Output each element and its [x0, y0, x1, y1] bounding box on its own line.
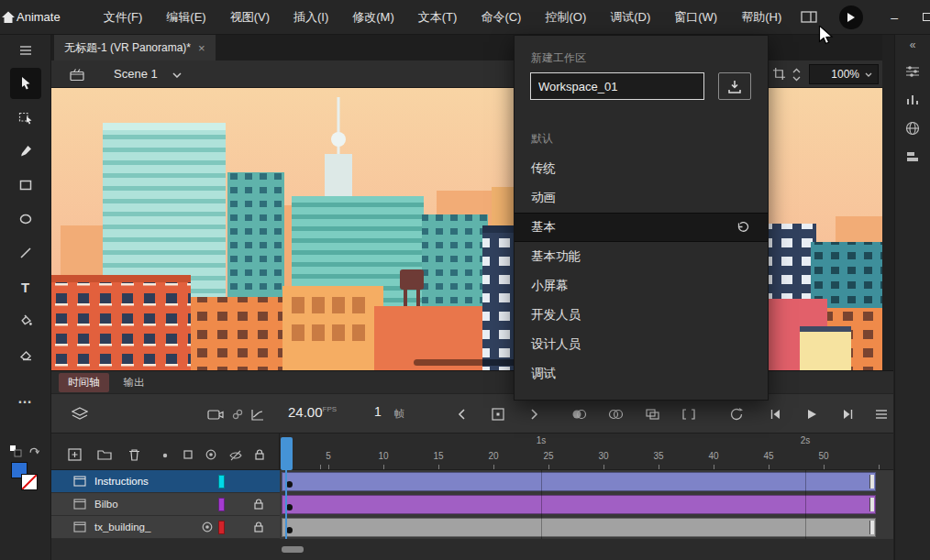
tools-menu-icon[interactable] — [10, 38, 41, 62]
playhead[interactable] — [281, 437, 293, 470]
window-minimize-button[interactable]: – — [878, 0, 911, 35]
go-to-first-frame-icon[interactable] — [765, 404, 785, 424]
onion-skin-icon[interactable] — [569, 404, 589, 424]
menu-modify[interactable]: 修改(M) — [340, 0, 406, 35]
hide-column-icon[interactable] — [229, 450, 242, 461]
graph-editor-icon[interactable] — [248, 404, 268, 424]
onion-column-icon[interactable] — [205, 449, 216, 460]
layer-color-swatch[interactable] — [218, 521, 225, 534]
play-button-icon[interactable] — [802, 404, 822, 424]
more-tools-button[interactable]: … — [10, 383, 41, 414]
workspace-item-debug[interactable]: 调试 — [515, 359, 768, 389]
edit-multiple-frames-icon[interactable] — [642, 404, 662, 424]
menu-window[interactable]: 窗口(W) — [662, 0, 729, 35]
tab-close-icon[interactable]: × — [198, 41, 205, 55]
home-button[interactable] — [0, 0, 17, 35]
workspace-item-essentials[interactable]: 基本 — [515, 213, 768, 242]
outline-column-icon[interactable] — [183, 450, 193, 459]
workspace-item-developer[interactable]: 开发人员 — [515, 301, 768, 330]
text-tool[interactable]: T — [10, 271, 41, 302]
fps-display[interactable]: 24.00FPS — [288, 404, 337, 420]
workspace-item-designer[interactable]: 设计人员 — [515, 330, 768, 359]
layers-stack-icon[interactable] — [70, 404, 90, 424]
onion-skin-outline-icon[interactable] — [605, 404, 626, 424]
highlight-column-icon[interactable] — [161, 452, 169, 459]
zoom-select[interactable]: 100% — [809, 64, 879, 84]
menu-insert[interactable]: 插入(I) — [282, 0, 340, 35]
previous-frame-icon[interactable] — [451, 404, 471, 424]
timeline-scrollbar-thumb[interactable] — [282, 546, 304, 553]
zoom-stepper[interactable] — [792, 68, 801, 82]
eraser-tool[interactable] — [10, 339, 41, 370]
menu-file[interactable]: 文件(F) — [92, 0, 155, 35]
swap-colors-icon[interactable] — [28, 445, 40, 456]
advanced-layers-icon[interactable] — [227, 404, 248, 424]
current-frame-display[interactable]: 1 — [374, 404, 382, 419]
vr-view-panel-button[interactable] — [901, 116, 924, 140]
properties-panel-button[interactable] — [901, 60, 924, 83]
collapse-panels-icon[interactable]: « — [895, 35, 930, 55]
workspace-item-essential-functions[interactable]: 基本功能 — [515, 242, 768, 271]
align-panel-button[interactable] — [901, 145, 924, 169]
frame-span-instructions[interactable] — [282, 472, 876, 491]
next-frame-icon[interactable] — [525, 404, 545, 424]
menu-text[interactable]: 文本(T) — [406, 0, 470, 35]
tab-output[interactable]: 输出 — [115, 373, 154, 392]
step-forward-icon[interactable] — [838, 404, 858, 424]
layer-color-swatch[interactable] — [218, 475, 225, 489]
keyframe-dot[interactable] — [286, 504, 293, 511]
workspace-item-classic[interactable]: 传统 — [515, 154, 768, 183]
layer-row-bilbo[interactable]: Bilbo — [51, 493, 280, 516]
stats-panel-button[interactable] — [901, 88, 924, 112]
timeline-panel-menu-icon[interactable] — [871, 404, 891, 424]
camera-icon[interactable] — [205, 404, 226, 424]
app-name[interactable]: Animate — [17, 10, 61, 24]
oval-tool[interactable] — [10, 203, 41, 235]
menu-help[interactable]: 帮助(H) — [729, 0, 793, 35]
scene-chevron-down-icon[interactable] — [172, 72, 182, 78]
new-folder-button[interactable] — [97, 448, 112, 460]
layer-row-tx-building[interactable]: tx_building_ — [51, 516, 280, 539]
fill-color-swatch[interactable] — [21, 474, 38, 490]
workspace-item-small-screen[interactable]: 小屏幕 — [515, 271, 768, 301]
transform-tool[interactable] — [10, 102, 41, 133]
menu-edit[interactable]: 编辑(E) — [154, 0, 217, 35]
timeline-ruler[interactable]: 1s 2s 5 10 15 20 25 30 35 40 45 50 — [280, 434, 893, 470]
layer-onion-icon[interactable] — [202, 522, 213, 533]
frame-span-bilbo[interactable] — [282, 495, 876, 514]
window-maximize-button[interactable] — [911, 0, 930, 35]
selection-tool[interactable] — [10, 68, 41, 99]
tab-timeline[interactable]: 时间轴 — [59, 373, 109, 392]
loop-icon[interactable] — [726, 404, 747, 424]
default-colors-icon[interactable] — [9, 445, 22, 457]
layer-lock-icon[interactable] — [254, 499, 263, 510]
rectangle-tool[interactable] — [10, 170, 41, 201]
frames-area[interactable] — [280, 470, 893, 539]
layer-row-instructions[interactable]: Instructions — [51, 470, 280, 493]
workspace-name-input[interactable] — [530, 72, 704, 100]
save-workspace-button[interactable] — [718, 72, 751, 100]
line-tool[interactable] — [10, 237, 41, 269]
timeline-scrollbar[interactable] — [280, 539, 893, 560]
menu-control[interactable]: 控制(O) — [533, 0, 598, 35]
clip-content-icon[interactable] — [772, 67, 786, 81]
layer-lock-icon[interactable] — [254, 522, 263, 533]
frame-markers-icon[interactable] — [679, 404, 699, 424]
scene-breadcrumb[interactable]: Scene 1 — [114, 67, 158, 81]
brush-tool[interactable] — [10, 136, 41, 167]
layer-color-swatch[interactable] — [218, 498, 225, 511]
menu-debug[interactable]: 调试(D) — [598, 0, 662, 35]
keyframe-dot[interactable] — [286, 527, 293, 533]
center-frame-icon[interactable] — [488, 404, 508, 424]
document-tab[interactable]: 无标题-1 (VR Panorama)* × — [54, 35, 216, 60]
menu-view[interactable]: 视图(V) — [218, 0, 282, 35]
workspace-item-animation[interactable]: 动画 — [515, 183, 768, 213]
reset-workspace-icon[interactable] — [736, 222, 749, 234]
test-movie-button[interactable] — [839, 5, 863, 29]
delete-layer-button[interactable] — [128, 448, 140, 461]
new-layer-button[interactable] — [68, 448, 82, 461]
menu-commands[interactable]: 命令(C) — [469, 0, 533, 35]
frame-span-tx-building[interactable] — [282, 518, 876, 537]
lock-column-icon[interactable] — [255, 449, 264, 460]
keyframe-dot[interactable] — [286, 481, 293, 488]
